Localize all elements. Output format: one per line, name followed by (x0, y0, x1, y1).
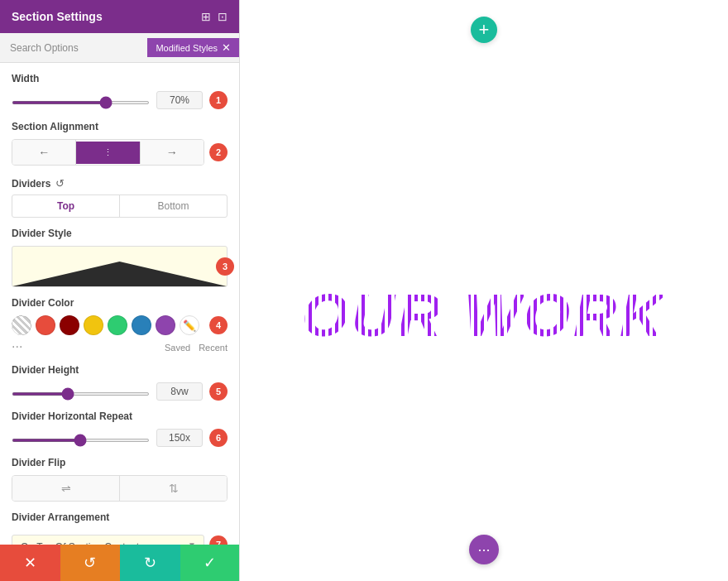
canvas-area: + OUR WORK ··· (240, 0, 728, 581)
divider-flip-row: ⇌ ⇅ (12, 475, 228, 502)
color-actions-row: ··· Saved Recent (12, 338, 228, 354)
swatch-pencil[interactable]: ✏️ (180, 315, 199, 335)
divider-flip-label: Divider Flip (12, 457, 228, 468)
dividers-label: Dividers (12, 178, 50, 190)
align-left-btn[interactable]: ← (12, 140, 76, 165)
align-right-btn[interactable]: → (141, 140, 204, 165)
divider-tab-bottom[interactable]: Bottom (119, 195, 227, 217)
divider-repeat-slider-container (12, 432, 150, 444)
section-alignment-label: Section Alignment (12, 121, 228, 132)
divider-style-shape (12, 262, 227, 286)
flip-horizontal-btn[interactable]: ⇌ (12, 476, 120, 501)
dividers-row: Dividers ↺ (12, 177, 228, 190)
width-row: 1 (12, 91, 228, 109)
panel-icon-grid[interactable]: ⊞ (201, 10, 211, 23)
flip-vertical-btn[interactable]: ⇅ (120, 476, 227, 501)
divider-repeat-label: Divider Horizontal Repeat (12, 411, 228, 422)
swatch-blue[interactable] (132, 315, 151, 335)
swatch-yellow[interactable] (84, 315, 103, 335)
saved-recent: Saved Recent (165, 343, 228, 353)
alignment-row: ← ⋮ → (12, 139, 204, 166)
swatch-red[interactable] (36, 315, 55, 335)
recent-label[interactable]: Recent (199, 343, 228, 353)
alignment-badge: 2 (209, 143, 228, 161)
divider-repeat-input[interactable] (156, 429, 203, 447)
panel-content: Width 1 Section Alignment ← ⋮ → 2 Divide… (0, 63, 239, 581)
undo-button[interactable]: ↺ (60, 545, 121, 581)
divider-arrangement-label: Divider Arrangement (12, 511, 228, 523)
divider-height-slider-container (12, 386, 150, 398)
cancel-button[interactable]: ✕ (0, 545, 60, 581)
divider-height-label: Divider Height (12, 364, 228, 376)
panel-header-icons: ⊞ ⊡ (201, 10, 228, 23)
panel-header: Section Settings ⊞ ⊡ (0, 0, 239, 33)
align-center-btn[interactable]: ⋮ (76, 142, 140, 164)
canvas-panel: + OUR WORK ··· (240, 0, 728, 581)
divider-height-badge: 5 (209, 382, 228, 401)
divider-tab-top[interactable]: Top (12, 195, 119, 217)
width-label: Width (12, 73, 228, 84)
modified-badge-label: Modified Styles (156, 43, 218, 53)
width-slider-container (12, 94, 150, 107)
modified-badge-close[interactable]: ✕ (222, 41, 231, 54)
divider-tabs: Top Bottom (12, 194, 228, 218)
swatch-purple[interactable] (156, 315, 175, 335)
bottom-bar: ✕ ↺ ↻ ✓ (0, 545, 240, 581)
swatch-transparent[interactable] (12, 315, 31, 335)
divider-style-label: Divider Style (12, 228, 228, 239)
modified-badge[interactable]: Modified Styles ✕ (147, 38, 239, 57)
search-bar: Search Options Modified Styles ✕ (0, 33, 239, 63)
dots-icon[interactable]: ··· (12, 339, 22, 354)
divider-repeat-row: 6 (12, 429, 228, 447)
add-section-button[interactable]: + (471, 17, 497, 43)
more-options-button[interactable]: ··· (469, 535, 499, 564)
swatch-darkred[interactable] (60, 315, 79, 335)
heading-text: OUR WORK (302, 281, 666, 349)
divider-style-badge: 3 (216, 257, 234, 276)
color-swatches: ✏️ (12, 315, 206, 335)
redo-button[interactable]: ↻ (120, 545, 180, 581)
dividers-refresh-icon[interactable]: ↺ (55, 177, 65, 190)
width-slider[interactable] (12, 101, 150, 104)
divider-height-row: 5 (12, 382, 228, 401)
divider-color-label: Divider Color (12, 297, 228, 309)
panel-title: Section Settings (12, 10, 103, 23)
divider-repeat-slider[interactable] (12, 439, 150, 442)
swatch-green[interactable] (108, 315, 127, 335)
divider-style-container: 3 (12, 246, 228, 287)
search-label[interactable]: Search Options (0, 42, 147, 54)
divider-style-box[interactable] (12, 246, 228, 287)
width-input[interactable] (156, 91, 203, 109)
panel-icon-columns[interactable]: ⊡ (218, 10, 228, 23)
divider-color-badge: 4 (209, 316, 228, 334)
save-button[interactable]: ✓ (180, 545, 241, 581)
width-badge: 1 (209, 91, 228, 109)
divider-color-row: ✏️ 4 (12, 315, 228, 335)
divider-repeat-badge: 6 (209, 429, 228, 447)
divider-height-input[interactable] (156, 382, 203, 401)
saved-label[interactable]: Saved (165, 343, 190, 353)
divider-height-slider[interactable] (12, 392, 150, 396)
